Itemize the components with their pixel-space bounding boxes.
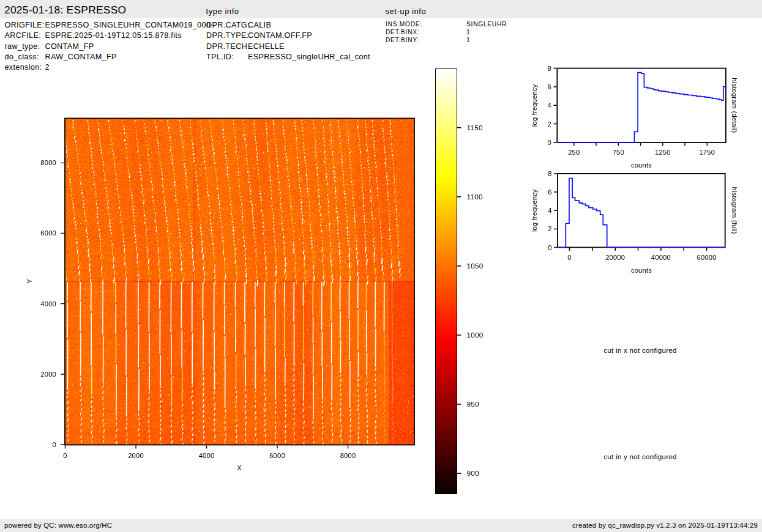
svg-text:250: 250 (568, 149, 580, 156)
svg-text:6000: 6000 (269, 452, 285, 459)
svg-text:1150: 1150 (467, 124, 483, 132)
svg-text:4000: 4000 (199, 452, 215, 459)
svg-text:900: 900 (467, 469, 480, 478)
svg-text:counts: counts (631, 267, 652, 274)
svg-text:0: 0 (53, 441, 56, 448)
svg-text:1250: 1250 (655, 149, 671, 156)
svg-text:950: 950 (467, 400, 480, 408)
svg-text:1000: 1000 (467, 331, 484, 339)
svg-text:0: 0 (63, 452, 67, 459)
svg-text:20000: 20000 (605, 254, 625, 261)
svg-text:0: 0 (548, 139, 551, 146)
svg-text:2: 2 (548, 120, 551, 128)
svg-text:60000: 60000 (697, 254, 717, 261)
svg-text:8000: 8000 (340, 452, 356, 459)
svg-text:Y: Y (26, 279, 33, 284)
svg-text:2000: 2000 (128, 452, 144, 459)
svg-text:750: 750 (613, 149, 624, 156)
svg-text:counts: counts (631, 161, 652, 169)
svg-text:6: 6 (548, 188, 551, 196)
svg-text:0: 0 (567, 254, 571, 261)
svg-text:4000: 4000 (40, 300, 56, 308)
svg-text:1050: 1050 (467, 262, 484, 270)
svg-text:6000: 6000 (40, 229, 56, 237)
svg-text:2000: 2000 (40, 371, 56, 378)
svg-text:histogram (full): histogram (full) (731, 187, 738, 234)
svg-text:1100: 1100 (467, 193, 483, 201)
svg-text:log frequency: log frequency (531, 84, 538, 127)
svg-text:8: 8 (548, 65, 551, 72)
svg-text:histogram (detail): histogram (detail) (731, 78, 738, 133)
svg-text:1750: 1750 (699, 149, 715, 156)
svg-text:log frequency: log frequency (531, 189, 538, 232)
svg-text:6: 6 (548, 83, 551, 91)
svg-text:40000: 40000 (651, 254, 671, 261)
svg-text:8: 8 (548, 170, 551, 177)
svg-text:X: X (237, 464, 242, 471)
svg-text:8000: 8000 (40, 159, 56, 166)
svg-text:0: 0 (548, 244, 551, 251)
svg-text:4: 4 (548, 207, 551, 214)
svg-text:4: 4 (548, 102, 551, 109)
svg-text:2: 2 (548, 225, 551, 232)
